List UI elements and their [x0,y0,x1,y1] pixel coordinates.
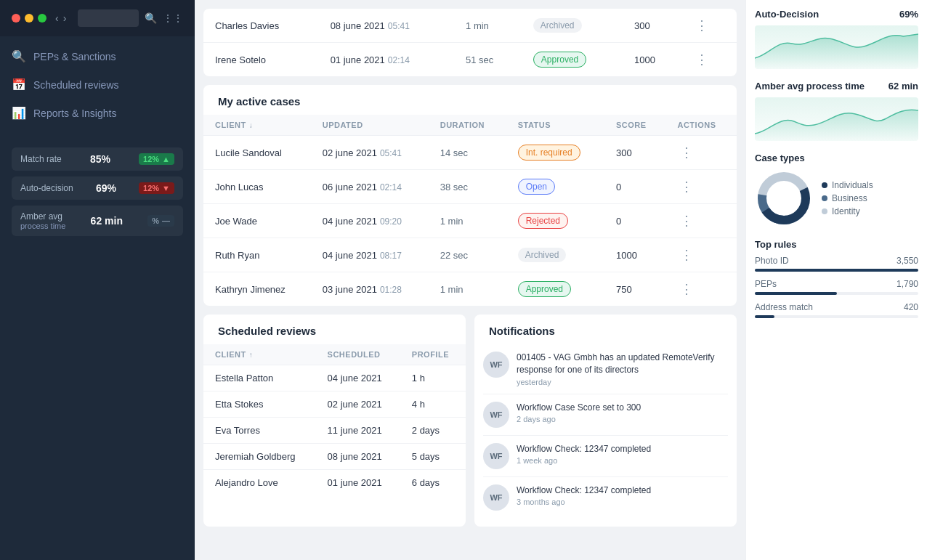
sr-profile: 5 days [400,444,466,470]
list-item: Etta Stokes 02 june 2021 4 h [203,391,466,418]
date-cell: 04 june 202109:20 [311,204,429,238]
notification-text: Workflow Check: 12347 completed [517,443,651,455]
match-rate-metric: Match rate 85% 12% ▲ [12,147,183,171]
auto-decision-badge: 12% ▼ [139,182,174,194]
sidebar-item-scheduled-label: Scheduled reviews [33,79,119,91]
match-rate-label: Match rate [20,154,62,164]
notification-item: WF Workflow Case Score set to 300 2 days… [483,394,728,436]
amber-avg-metric: Amber avg process time 62 min % — [12,206,183,236]
notifications-section: Notifications WF 001405 - VAG Gmbh has a… [474,315,737,527]
auto-decision-value: 69% [96,182,116,194]
auto-decision-label: Auto-decision [20,183,73,193]
amber-avg-sublabel: process time [20,222,65,230]
sidebar-nav: 🔍 PEPs & Sanctions 📅 Scheduled reviews 📊… [0,36,195,133]
titlebar: ‹ › 🔍 ⋮⋮ [0,0,195,36]
status-cell: Archived [522,9,623,43]
actions-cell: ⋮ [681,9,737,43]
donut-chart-container: IndividualsBusinessIdentity [755,169,918,227]
sidebar-item-scheduled[interactable]: 📅 Scheduled reviews [0,70,195,99]
notification-content: Workflow Case Score set to 300 2 days ag… [517,402,641,424]
sr-profile: 6 days [400,470,466,496]
actions-cell: ⋮ [665,170,737,204]
rule-label: Address match [755,302,813,312]
sr-profile: 4 h [400,391,466,418]
forward-button[interactable]: › [63,12,67,24]
sr-scheduled: 02 june 2021 [316,391,400,418]
notification-avatar: WF [483,352,509,378]
bottom-grid: Scheduled reviews CLIENT↑ SCHEDULED PROF… [203,315,737,527]
donut-chart [755,169,813,227]
rule-bar-bg [755,315,918,318]
rule-item: Photo ID 3,550 [755,256,918,272]
status-cell: Open [506,170,604,204]
rules-list: Photo ID 3,550 PEPs 1,790 Address match … [755,256,918,318]
notification-item: WF 001405 - VAG Gmbh has an updated Remo… [483,344,728,394]
amber-avg-panel: Amber avg process time 62 min [755,81,918,141]
amber-avg-label: Amber avg [20,211,65,222]
minimize-button[interactable] [25,14,33,23]
notification-text: Workflow Case Score set to 300 [517,402,641,414]
table-row: John Lucas 06 june 202102:14 38 sec Open… [203,170,737,204]
row-action-button[interactable]: ⋮ [677,280,696,299]
row-action-button[interactable]: ⋮ [677,211,696,230]
sr-scheduled: 08 june 2021 [316,444,400,470]
client-name: John Lucas [203,170,311,204]
sr-client-name: Jeremiah Goldberg [203,444,316,470]
rule-bar-bg [755,269,918,272]
active-cases-table: CLIENT↓ UPDATED DURATION STATUS SCORE AC… [203,115,737,306]
sidebar-item-reports[interactable]: 📊 Reports & Insights [0,99,195,127]
address-bar[interactable] [78,9,139,27]
col-client[interactable]: CLIENT↓ [215,121,299,129]
score-cell: 1000 [604,238,665,272]
notification-time: yesterday [517,378,728,386]
legend-label: Business [832,193,867,203]
col-sr-client[interactable]: CLIENT↑ [215,350,304,359]
date-cell: 03 june 202101:28 [311,272,429,307]
back-button[interactable]: ‹ [55,12,59,24]
actions-cell: ⋮ [665,136,737,170]
sidebar: ‹ › 🔍 ⋮⋮ 🔍 PEPs & Sanctions 📅 Scheduled … [0,0,195,560]
date-cell: 06 june 202102:14 [311,170,429,204]
notification-text: Workflow Check: 12347 completed [517,484,651,497]
rule-value: 3,550 [896,256,918,266]
maximize-button[interactable] [38,14,46,23]
row-action-button[interactable]: ⋮ [677,143,696,162]
row-action-button[interactable]: ⋮ [677,245,696,264]
notification-content: Workflow Check: 12347 completed 3 months… [517,484,651,507]
duration-cell: 14 sec [429,136,506,170]
table-row: Ruth Ryan 04 june 202108:17 22 sec Archi… [203,238,737,272]
score-cell: 750 [604,272,665,307]
table-row: Irene Sotelo 01 june 202102:14 51 sec Ap… [203,43,737,77]
actions-cell: ⋮ [665,272,737,307]
search-icon[interactable]: 🔍 [145,12,157,24]
legend-dot [822,208,827,214]
col-score: SCORE [604,115,665,136]
list-item: Estella Patton 04 june 2021 1 h [203,365,466,391]
notification-time: 2 days ago [517,415,641,423]
case-types-title: Case types [755,153,805,163]
settings-icon[interactable]: ⋮⋮ [163,12,183,24]
sidebar-item-reports-label: Reports & Insights [33,107,116,119]
legend-item: Business [822,193,873,203]
col-status: STATUS [506,115,604,136]
sidebar-item-peps[interactable]: 🔍 PEPs & Sanctions [0,42,195,70]
close-button[interactable] [12,14,20,23]
calendar-icon: 📅 [12,78,26,92]
status-cell: Approved [506,272,604,307]
notification-item: WF Workflow Check: 12347 completed 3 mon… [483,477,728,518]
row-action-button[interactable]: ⋮ [692,16,711,35]
table-row: Charles Davies 08 june 202105:41 1 min A… [203,9,737,43]
notification-text: 001405 - VAG Gmbh has an updated RemoteV… [517,352,728,376]
rule-bar [755,315,774,318]
content-area: Charles Davies 08 june 202105:41 1 min A… [195,0,745,560]
row-action-button[interactable]: ⋮ [677,177,696,196]
window-controls [12,14,46,23]
search-sanctions-icon: 🔍 [12,49,26,63]
up-arrow-icon: ▲ [162,155,170,163]
rule-value: 420 [904,302,918,312]
legend-label: Identity [832,206,860,216]
rule-item: PEPs 1,790 [755,279,918,295]
notifications-list: WF 001405 - VAG Gmbh has an updated Remo… [474,344,737,527]
row-action-button[interactable]: ⋮ [692,50,711,69]
donut-legend: IndividualsBusinessIdentity [822,180,873,216]
